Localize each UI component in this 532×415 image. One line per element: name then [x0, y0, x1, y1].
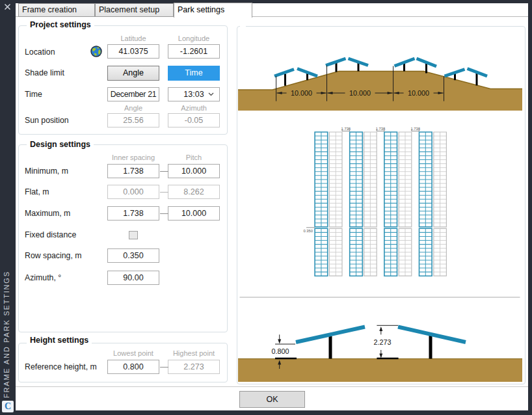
svg-text:10.000: 10.000	[291, 89, 312, 97]
svg-text:1.738: 1.738	[376, 127, 386, 131]
svg-text:1.738: 1.738	[410, 127, 420, 131]
svg-text:2.273: 2.273	[373, 338, 391, 346]
svg-text:10.000: 10.000	[349, 89, 371, 97]
svg-text:0.350: 0.350	[303, 229, 313, 233]
svg-text:10.000: 10.000	[408, 89, 429, 97]
svg-text:1.738: 1.738	[341, 127, 351, 131]
svg-text:0.800: 0.800	[271, 347, 289, 355]
